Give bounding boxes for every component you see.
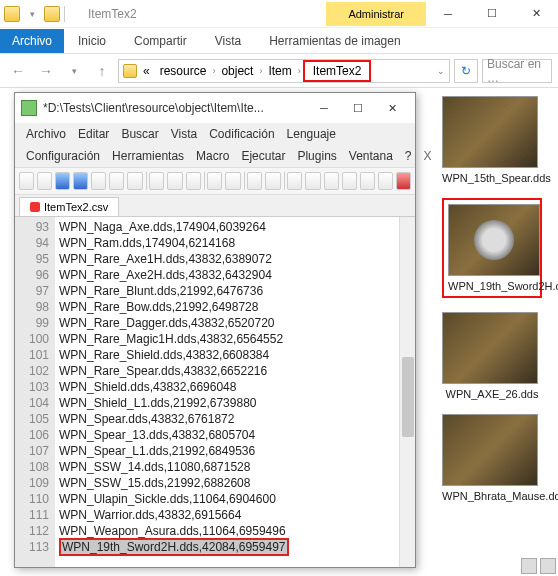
close-button[interactable]: ✕ bbox=[514, 0, 558, 28]
save-icon[interactable] bbox=[55, 172, 70, 190]
paste-icon[interactable] bbox=[186, 172, 201, 190]
breadcrumb-prefix[interactable]: « bbox=[139, 62, 154, 80]
unfold-icon[interactable] bbox=[378, 172, 393, 190]
breadcrumb[interactable]: object bbox=[217, 62, 257, 80]
view-switch[interactable] bbox=[521, 558, 556, 574]
new-file-icon[interactable] bbox=[19, 172, 34, 190]
code-line[interactable]: WPN_Rare_Dagger.dds,43832,6520720 bbox=[59, 315, 395, 331]
maximize-button[interactable]: ☐ bbox=[341, 94, 375, 122]
code-line[interactable]: WPN_Rare_Bow.dds,21992,6498728 bbox=[59, 299, 395, 315]
minimize-button[interactable]: ─ bbox=[307, 94, 341, 122]
menu-item[interactable]: Buscar bbox=[116, 126, 163, 142]
address-bar[interactable]: « resource › object › Item › ItemTex2 ⌄ bbox=[118, 59, 450, 83]
menu-item[interactable]: Editar bbox=[73, 126, 114, 142]
code-line[interactable]: WPN_Shield_L1.dds,21992,6739880 bbox=[59, 395, 395, 411]
show-all-chars-icon[interactable] bbox=[342, 172, 357, 190]
menu-item[interactable]: Vista bbox=[166, 126, 202, 142]
menu-item[interactable]: Ejecutar bbox=[236, 148, 290, 164]
ribbon-tab[interactable]: Vista bbox=[201, 29, 255, 53]
texture-preview bbox=[442, 96, 538, 168]
save-all-icon[interactable] bbox=[73, 172, 88, 190]
menu-close-icon[interactable]: X bbox=[419, 148, 437, 164]
file-thumbnail[interactable]: WPN_Bhrata_Mause.dds bbox=[442, 414, 542, 502]
minimize-button[interactable]: ─ bbox=[426, 0, 470, 28]
breadcrumb[interactable]: resource bbox=[156, 62, 211, 80]
close-all-icon[interactable] bbox=[109, 172, 124, 190]
folder-icon bbox=[4, 6, 20, 22]
tools-tab[interactable]: Administrar bbox=[326, 2, 426, 26]
code-line[interactable]: WPN_Rare_Axe2H.dds,43832,6432904 bbox=[59, 267, 395, 283]
zoom-in-icon[interactable] bbox=[287, 172, 302, 190]
code-line[interactable]: WPN_Rare_Spear.dds,43832,6652216 bbox=[59, 363, 395, 379]
scroll-thumb[interactable] bbox=[402, 357, 414, 437]
ribbon-tab[interactable]: Inicio bbox=[64, 29, 120, 53]
code-line[interactable]: WPN_Weapon_Asura.dds,11064,6959496 bbox=[59, 523, 395, 539]
menu-item[interactable]: Macro bbox=[191, 148, 234, 164]
menu-item[interactable]: Configuración bbox=[21, 148, 105, 164]
view-thumbs-icon[interactable] bbox=[540, 558, 556, 574]
menu-item[interactable]: Herramientas bbox=[107, 148, 189, 164]
replace-icon[interactable] bbox=[265, 172, 280, 190]
line-gutter: 9394959697989910010110210310410510610710… bbox=[15, 217, 55, 567]
nav-up-button[interactable]: ↑ bbox=[90, 59, 114, 83]
code-line[interactable]: WPN_Ram.dds,174904,6214168 bbox=[59, 235, 395, 251]
down-arrow-icon[interactable]: ▾ bbox=[24, 6, 40, 22]
open-file-icon[interactable] bbox=[37, 172, 52, 190]
code-line[interactable]: WPN_19th_Sword2H.dds,42084,6959497 bbox=[59, 539, 395, 555]
nav-back-button[interactable]: ← bbox=[6, 59, 30, 83]
breadcrumb[interactable]: Item bbox=[264, 62, 295, 80]
scrollbar-vertical[interactable] bbox=[399, 217, 415, 567]
record-macro-icon[interactable] bbox=[396, 172, 411, 190]
redo-icon[interactable] bbox=[225, 172, 240, 190]
code-line[interactable]: WPN_Warrior.dds,43832,6915664 bbox=[59, 507, 395, 523]
ribbon-file[interactable]: Archivo bbox=[0, 29, 64, 53]
code-line[interactable]: WPN_SSW_14.dds,11080,6871528 bbox=[59, 459, 395, 475]
close-button[interactable]: ✕ bbox=[375, 94, 409, 122]
nav-fwd-button[interactable]: → bbox=[34, 59, 58, 83]
file-thumbnail[interactable]: WPN_AXE_26.dds bbox=[442, 312, 542, 400]
code-line[interactable]: WPN_Naga_Axe.dds,174904,6039264 bbox=[59, 219, 395, 235]
npp-titlebar[interactable]: *D:\Tests\Client\resource\object\Item\It… bbox=[15, 93, 415, 123]
cut-icon[interactable] bbox=[149, 172, 164, 190]
ribbon-tab[interactable]: Compartir bbox=[120, 29, 201, 53]
view-details-icon[interactable] bbox=[521, 558, 537, 574]
code-line[interactable]: WPN_Shield.dds,43832,6696048 bbox=[59, 379, 395, 395]
file-label: WPN_AXE_26.dds bbox=[442, 388, 542, 400]
refresh-button[interactable]: ↻ bbox=[454, 59, 478, 83]
copy-icon[interactable] bbox=[167, 172, 182, 190]
code-line[interactable]: WPN_Spear_L1.dds,21992,6849536 bbox=[59, 443, 395, 459]
code-line[interactable]: WPN_Rare_Blunt.dds,21992,6476736 bbox=[59, 283, 395, 299]
code-line[interactable]: WPN_Spear.dds,43832,6761872 bbox=[59, 411, 395, 427]
separator bbox=[244, 172, 245, 190]
file-thumbnail[interactable]: WPN_15th_Spear.dds bbox=[442, 96, 542, 184]
code-line[interactable]: WPN_Rare_Shield.dds,43832,6608384 bbox=[59, 347, 395, 363]
zoom-out-icon[interactable] bbox=[305, 172, 320, 190]
print-icon[interactable] bbox=[127, 172, 142, 190]
undo-icon[interactable] bbox=[207, 172, 222, 190]
code-area[interactable]: WPN_Naga_Axe.dds,174904,6039264WPN_Ram.d… bbox=[55, 217, 399, 567]
maximize-button[interactable]: ☐ bbox=[470, 0, 514, 28]
menu-item[interactable]: Archivo bbox=[21, 126, 71, 142]
code-line[interactable]: WPN_Rare_Axe1H.dds,43832,6389072 bbox=[59, 251, 395, 267]
search-input[interactable]: Buscar en … bbox=[482, 59, 552, 83]
code-line[interactable]: WPN_Ulapin_Sickle.dds,11064,6904600 bbox=[59, 491, 395, 507]
menu-item[interactable]: Lenguaje bbox=[282, 126, 341, 142]
fold-icon[interactable] bbox=[360, 172, 375, 190]
close-file-icon[interactable] bbox=[91, 172, 106, 190]
menu-item[interactable]: Ventana bbox=[344, 148, 398, 164]
npp-tab[interactable]: ItemTex2.csv bbox=[19, 197, 119, 216]
nav-history-button[interactable]: ▾ bbox=[62, 59, 86, 83]
code-line[interactable]: WPN_Rare_Magic1H.dds,43832,6564552 bbox=[59, 331, 395, 347]
file-thumbnail[interactable]: WPN_19th_Sword2H.dds bbox=[442, 198, 542, 298]
menu-item[interactable]: ? bbox=[400, 148, 417, 164]
menu-item[interactable]: Codificación bbox=[204, 126, 279, 142]
menu-item[interactable]: Plugins bbox=[292, 148, 341, 164]
breadcrumb-current[interactable]: ItemTex2 bbox=[303, 60, 372, 82]
code-line[interactable]: WPN_Spear_13.dds,43832,6805704 bbox=[59, 427, 395, 443]
find-icon[interactable] bbox=[247, 172, 262, 190]
code-line[interactable]: WPN_SSW_15.dds,21992,6882608 bbox=[59, 475, 395, 491]
ribbon-tools-sub[interactable]: Herramientas de imagen bbox=[255, 29, 414, 53]
chevron-down-icon[interactable]: ⌄ bbox=[437, 66, 445, 76]
npp-editor[interactable]: 9394959697989910010110210310410510610710… bbox=[15, 217, 415, 567]
wrap-icon[interactable] bbox=[324, 172, 339, 190]
